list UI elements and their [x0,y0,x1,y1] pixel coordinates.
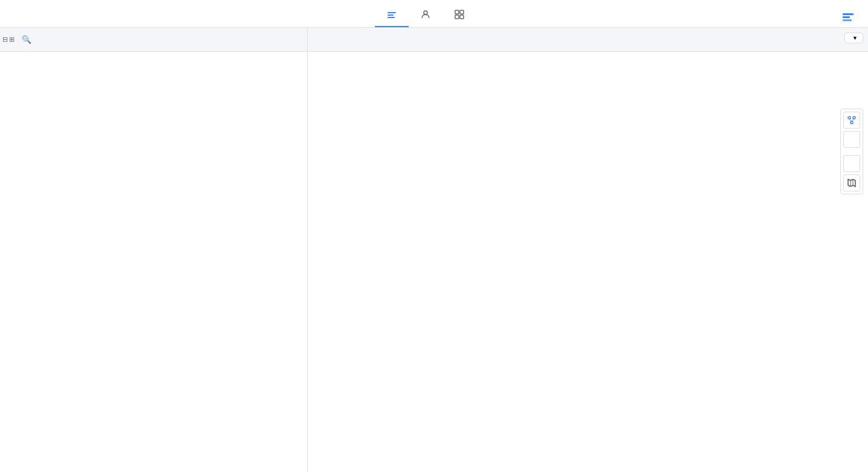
zoom-level [843,150,860,153]
main-content: ⊟ ⊞ 🔍 [0,28,868,472]
map-view-button[interactable] [843,174,860,191]
task-rows [0,52,307,472]
task-list-panel: ⊟ ⊞ 🔍 [0,28,308,472]
zoom-in-button[interactable] [843,131,860,148]
svg-marker-16 [848,179,855,187]
tab-gantt[interactable] [375,5,409,27]
days-button-area: ▼ [840,28,868,48]
svg-rect-0 [388,12,396,13]
svg-line-14 [849,119,852,121]
workload-icon [421,10,430,19]
expand-controls: ⊟ ⊞ [0,36,17,43]
header [0,0,868,28]
svg-rect-8 [843,13,854,15]
svg-line-15 [852,119,854,121]
branch-icon [847,115,857,125]
gantt-icon [387,10,397,19]
header-nav [375,5,476,27]
gantt-header: ▼ [308,28,868,52]
svg-rect-9 [843,16,850,18]
search-input[interactable] [35,36,136,44]
zoom-out-button[interactable] [843,155,860,172]
expand-all-icon[interactable]: ⊞ [9,36,14,43]
tab-workload[interactable] [409,5,442,27]
header-right [841,10,858,23]
svg-rect-7 [460,15,464,19]
task-list-header: ⊟ ⊞ 🔍 [0,28,307,52]
svg-rect-10 [843,19,852,21]
svg-rect-1 [388,14,394,16]
search-icon: 🔍 [22,35,31,44]
gantt-week-headers [308,28,868,51]
svg-rect-6 [455,15,459,19]
svg-point-13 [850,121,853,124]
svg-point-12 [853,116,855,119]
tab-overview[interactable] [442,5,476,27]
collapse-all-icon[interactable]: ⊟ [2,36,8,43]
svg-point-3 [424,11,427,14]
svg-point-11 [848,116,850,119]
gantt-panel: ▼ [308,28,868,472]
overview-icon [455,10,464,19]
app-container: ⊟ ⊞ 🔍 [0,0,868,472]
brand-logo [841,10,858,23]
branch-icon-btn[interactable] [843,112,860,129]
svg-rect-5 [460,10,464,14]
days-chevron-icon: ▼ [852,35,858,41]
svg-rect-2 [388,17,395,18]
zoom-controls [840,109,863,194]
svg-rect-4 [455,10,459,14]
brand-icon [841,10,855,23]
task-search-col: 🔍 [17,35,141,44]
map-icon [847,178,857,188]
gantt-body [308,52,868,472]
days-button[interactable]: ▼ [844,33,863,43]
